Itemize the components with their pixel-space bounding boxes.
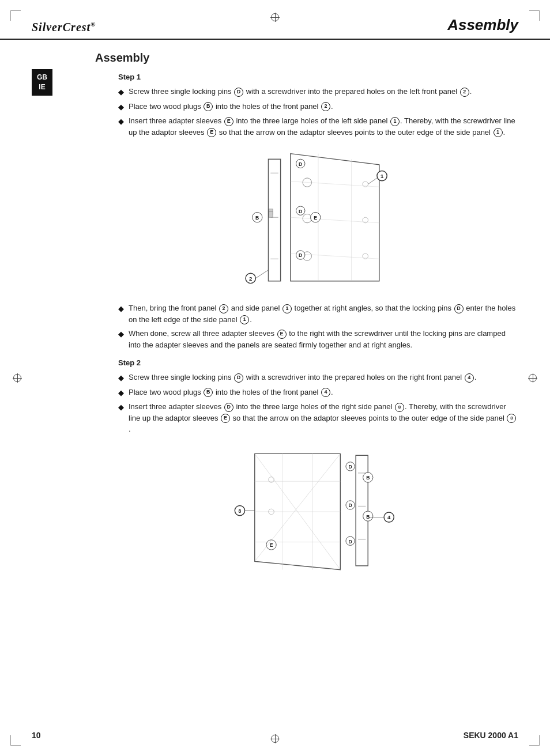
svg-line-8 [291,217,379,223]
step1-bullet-1-text: Screw three single locking pins D with a… [129,86,518,97]
svg-text:D: D [299,209,302,214]
badge-E3: E [277,330,287,339]
badge-1d: 1 [240,315,249,324]
badge-E-s2: E [221,414,230,423]
step1-section: Step 1 ◆ Screw three single locking pins… [118,73,518,578]
header-title: Assembly [447,16,518,34]
page-title: Assembly [95,51,518,65]
corner-mark-tr [529,10,540,21]
crosshair-right [528,373,537,383]
badge-1: 1 [390,117,400,126]
svg-line-7 [291,182,379,187]
language-tab: GB IE [32,69,52,96]
page-number: 10 [32,731,41,740]
svg-text:B: B [255,215,259,221]
badge-8b: 8 [507,414,516,423]
diagram-2: D D D B B E [118,445,518,578]
svg-rect-5 [269,212,273,218]
badge-2c: 2 [219,304,228,313]
step2-bullet-2-text: Place two wood plugs B into the holes of… [129,387,518,398]
step1-extra-2-text: When done, screw all three adapter sleev… [129,328,518,350]
badge-D: D [234,88,243,97]
svg-text:2: 2 [249,275,252,282]
page-footer: 10 SEKU 2000 A1 [32,731,518,740]
svg-text:D: D [348,502,352,508]
diagram-1-svg: D D D B E [214,148,422,292]
step1-bullet-2: ◆ Place two wood plugs B into the holes … [118,101,518,113]
badge-D2: D [454,304,464,313]
step1-bullets: ◆ Screw three single locking pins D with… [118,86,518,138]
corner-mark-tl [10,10,21,21]
step2-bullet-3: ◆ Insert three adapter sleeves D into th… [118,401,518,435]
badge-D-s2b: D [224,403,233,412]
model-number: SEKU 2000 A1 [464,731,518,740]
badge-2: 2 [460,88,469,97]
corner-mark-bl [10,735,21,746]
badge-B-s2: B [204,388,213,397]
step2-bullet-1: ◆ Screw three single locking pins D with… [118,372,518,384]
page: SilverCrest® Assembly GB IE Assembly Ste… [0,0,550,756]
svg-text:D: D [299,252,302,258]
step2-bullet-3-text: Insert three adapter sleeves D into the … [129,401,518,435]
bullet-diamond-1: ◆ [118,86,124,98]
bullet-diamond-2: ◆ [118,101,124,113]
svg-text:E: E [270,542,273,548]
step1-extra-1-text: Then, bring the front panel 2 and side p… [129,303,518,325]
bullet-diamond-s2-3: ◆ [118,402,124,413]
svg-rect-0 [268,159,280,281]
bullet-diamond-3: ◆ [118,116,124,127]
main-content: Assembly Step 1 ◆ Screw three single loc… [0,40,550,634]
svg-text:E: E [314,215,317,221]
crosshair-left [13,373,22,383]
bullet-diamond-e1: ◆ [118,303,124,315]
svg-point-40 [269,477,274,482]
badge-B: B [204,102,213,111]
svg-line-66 [255,453,341,561]
svg-text:B: B [366,513,370,519]
badge-E: E [224,117,233,126]
step2-bullet-2: ◆ Place two wood plugs B into the holes … [118,387,518,399]
crosshair-top [270,13,280,22]
corner-mark-br [529,735,540,746]
diagram-1: D D D B E [118,148,518,292]
svg-text:8: 8 [239,508,242,513]
badge-E2: E [207,128,216,137]
svg-line-33 [255,270,268,278]
step1-bullet-2-text: Place two wood plugs B into the holes of… [129,101,518,112]
step2-heading: Step 2 [118,358,518,367]
svg-text:1: 1 [381,173,384,179]
badge-4: 4 [465,373,474,383]
badge-1c: 1 [282,304,292,313]
brand-sup: ® [91,21,96,28]
svg-text:D: D [348,464,352,470]
bullet-diamond-e2: ◆ [118,328,124,340]
bullet-diamond-s2-2: ◆ [118,387,124,399]
badge-4b: 4 [321,388,330,397]
bullet-diamond-s2-1: ◆ [118,372,124,384]
svg-text:D: D [348,538,352,544]
badge-D-s2: D [234,373,243,383]
svg-text:B: B [366,475,370,481]
svg-rect-43 [356,455,368,566]
step2-bullet-1-text: Screw three single locking pins D with a… [129,372,518,383]
step2-bullets: ◆ Screw three single locking pins D with… [118,372,518,435]
svg-text:D: D [299,161,302,167]
brand-logo: SilverCrest® [32,21,96,34]
svg-text:4: 4 [387,514,391,520]
step1-extra-1: ◆ Then, bring the front panel 2 and side… [118,303,518,325]
badge-1b: 1 [494,128,503,137]
step1-extra-2: ◆ When done, screw all three adapter sle… [118,328,518,350]
svg-line-30 [368,178,377,184]
badge-8: 8 [395,403,404,412]
diagram-2-svg: D D D B B E [214,445,422,578]
step1-bullet-3: ◆ Insert three adapter sleeves E into th… [118,115,518,138]
step1-heading: Step 1 [118,73,518,81]
badge-2b: 2 [321,102,330,111]
step1-bullet-1: ◆ Screw three single locking pins D with… [118,86,518,98]
step1-extra-bullets: ◆ Then, bring the front panel 2 and side… [118,303,518,350]
step1-bullet-3-text: Insert three adapter sleeves E into the … [129,115,518,138]
